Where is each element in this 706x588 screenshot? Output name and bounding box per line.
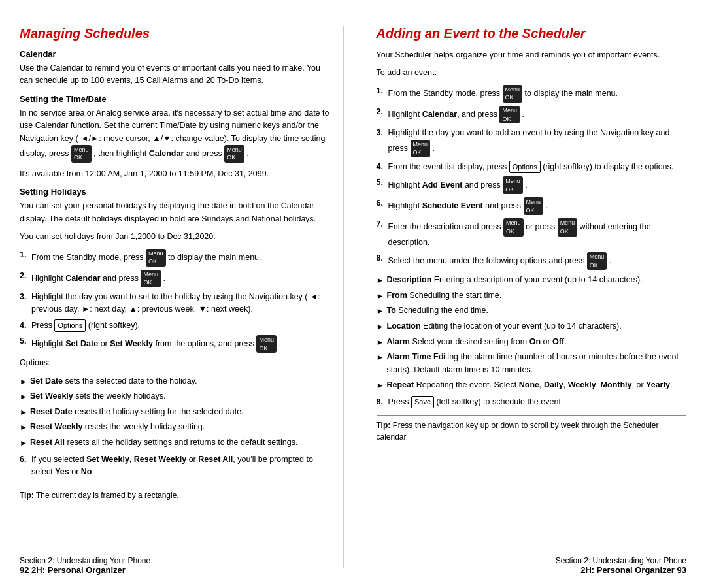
left-section-title: Managing Schedules — [20, 26, 330, 41]
holidays-body: You can set your personal holidays by di… — [20, 200, 330, 225]
holidays-heading: Setting Holidays — [20, 187, 330, 197]
time-date-body: In no service area or Analog service are… — [20, 107, 330, 163]
step-4: 4. Press Options (right softkey). — [20, 319, 330, 332]
footer-right-page: 2H: Personal Organizer 93 — [580, 565, 686, 575]
tip-box-right: Tip: Press the navigation key up or down… — [377, 415, 687, 443]
step-2: 2. Highlight Calendar and press MenuOK . — [20, 270, 330, 287]
menu-ok-btn-r1: MenuOK — [503, 85, 523, 103]
menu-ok-btn-4: MenuOK — [141, 270, 161, 287]
bullet-3: ► Reset Date resets the holiday setting … — [20, 406, 330, 419]
options-btn-1: Options — [54, 319, 86, 332]
right-bullet-6: ► Alarm Time Editing the alarm time (num… — [377, 351, 687, 376]
right-column: Adding an Event to the Scheduler Your Sc… — [370, 26, 687, 568]
footer-right-section: Section 2: Understanding Your Phone — [556, 556, 686, 565]
tip-box-left: Tip: The current day is framed by a rect… — [20, 485, 330, 501]
menu-ok-btn-r8: MenuOK — [587, 252, 607, 270]
bullet-list: ► Set Date sets the selected date to the… — [20, 375, 330, 449]
options-label: Options: — [20, 357, 330, 369]
menu-ok-btn-r4: MenuOK — [503, 176, 523, 194]
menu-ok-btn-r5: MenuOK — [524, 197, 544, 215]
step-5: 5. Highlight Set Date or Set Weekly from… — [20, 335, 330, 353]
right-section-title: Adding an Event to the Scheduler — [377, 26, 687, 41]
footer: Section 2: Understanding Your Phone 92 2… — [0, 556, 706, 575]
left-column: Managing Schedules Calendar Use the Cale… — [20, 26, 344, 568]
right-bullet-list: ► Description Entering a description of … — [377, 274, 687, 391]
menu-ok-btn-2: MenuOK — [224, 145, 244, 163]
right-step-5: 5. Highlight Add Event and press MenuOK … — [377, 176, 687, 194]
step-3: 3. Highlight the day you want to set to … — [20, 291, 330, 316]
step-6: 6. If you selected Set Weekly, Reset Wee… — [20, 453, 330, 479]
right-step-8: 8. Select the menu under the following o… — [377, 252, 687, 270]
menu-ok-btn-r7: MenuOK — [558, 218, 578, 236]
menu-ok-btn-r6: MenuOK — [503, 218, 524, 236]
right-bullet-2: ► From Scheduling the start time. — [377, 289, 687, 302]
right-step-7: 7. Enter the description and press MenuO… — [377, 218, 687, 249]
menu-ok-btn-5: MenuOK — [256, 335, 277, 353]
right-bullet-5: ► Alarm Select your desired setting from… — [377, 336, 687, 349]
available-text: It's available from 12:00 AM, Jan 1, 200… — [20, 168, 330, 180]
footer-left-section: Section 2: Understanding Your Phone — [20, 556, 150, 565]
right-steps-list: 1. From the Standby mode, press MenuOK t… — [377, 85, 687, 270]
step-1: 1. From the Standby mode, press MenuOK t… — [20, 249, 330, 267]
bullet-1: ► Set Date sets the selected date to the… — [20, 375, 330, 388]
right-step-6: 6. Highlight Schedule Event and press Me… — [377, 197, 687, 215]
menu-ok-btn-r3: MenuOK — [411, 140, 431, 157]
footer-left: Section 2: Understanding Your Phone 92 2… — [20, 556, 150, 575]
menu-ok-btn-1: MenuOK — [71, 145, 92, 163]
menu-ok-btn-3: MenuOK — [146, 249, 166, 267]
options-btn-r1: Options — [509, 161, 541, 173]
steps-list: 1. From the Standby mode, press MenuOK t… — [20, 249, 330, 353]
time-date-heading: Setting the Time/Date — [20, 94, 330, 104]
right-step-1: 1. From the Standby mode, press MenuOK t… — [377, 85, 687, 103]
right-step-3: 3. Highlight the day you want to add an … — [377, 127, 687, 157]
calendar-heading: Calendar — [20, 49, 330, 59]
right-bullet-1: ► Description Entering a description of … — [377, 274, 687, 287]
footer-left-page: 92 2H: Personal Organizer — [20, 565, 150, 575]
bullet-2: ► Set Weekly sets the weekly holidays. — [20, 390, 330, 403]
right-intro1: Your Scheduler helps organize your time … — [377, 49, 687, 61]
right-step-2: 2. Highlight Calendar, and press MenuOK … — [377, 106, 687, 123]
bullet-4: ► Reset Weekly resets the weekly holiday… — [20, 421, 330, 434]
right-bullet-4: ► Location Editing the location of your … — [377, 320, 687, 333]
right-bullet-7: ► Repeat Repeating the event. Select Non… — [377, 379, 687, 392]
right-step-4: 4. From the event list display, press Op… — [377, 161, 687, 173]
right-final-step: 8. Press Save (left softkey) to schedule… — [377, 396, 687, 408]
save-btn: Save — [411, 396, 434, 408]
holidays-range: You can set holidays from Jan 1,2000 to … — [20, 231, 330, 243]
right-bullet-3: ► To Scheduling the end time. — [377, 304, 687, 318]
footer-right: Section 2: Understanding Your Phone 2H: … — [556, 556, 686, 575]
menu-ok-btn-r2: MenuOK — [499, 106, 520, 123]
right-intro2: To add an event: — [377, 67, 687, 79]
bullet-5: ► Reset All resets all the holiday setti… — [20, 436, 330, 449]
calendar-intro: Use the Calendar to remind you of events… — [20, 62, 330, 88]
